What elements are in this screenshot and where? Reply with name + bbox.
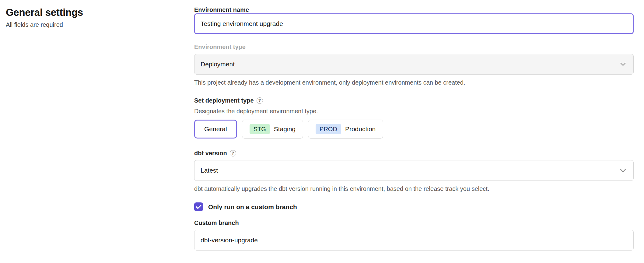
- environment-name-field: Environment name: [194, 6, 634, 34]
- deployment-type-label-row: Set deployment type ?: [194, 97, 634, 104]
- environment-type-selected-value: Deployment: [201, 61, 235, 68]
- dbt-version-select[interactable]: Latest: [194, 160, 634, 181]
- custom-branch-toggle-row: Only run on a custom branch: [194, 202, 634, 211]
- deployment-type-staging-label: Staging: [274, 125, 296, 133]
- staging-badge: STG: [250, 124, 270, 134]
- deployment-type-general-label: General: [204, 125, 227, 133]
- custom-branch-field: Custom branch: [194, 219, 634, 251]
- dbt-version-help-text: dbt automatically upgrades the dbt versi…: [194, 185, 634, 193]
- environment-type-field: Environment type Deployment This project…: [194, 43, 634, 86]
- page-title: General settings: [6, 7, 194, 18]
- chevron-down-icon: [620, 169, 626, 172]
- custom-branch-input[interactable]: [194, 230, 634, 251]
- custom-branch-checkbox-label[interactable]: Only run on a custom branch: [208, 203, 297, 211]
- custom-branch-label: Custom branch: [194, 219, 634, 226]
- dbt-version-selected-value: Latest: [201, 167, 218, 174]
- environment-name-label: Environment name: [194, 6, 634, 13]
- environment-type-select[interactable]: Deployment: [194, 54, 634, 75]
- deployment-type-staging-button[interactable]: STG Staging: [242, 120, 303, 139]
- custom-branch-checkbox[interactable]: [194, 202, 203, 211]
- page-subtitle: All fields are required: [6, 21, 194, 28]
- page-header: General settings All fields are required: [6, 6, 194, 263]
- environment-form: Environment name Environment type Deploy…: [194, 6, 634, 263]
- dbt-version-field: dbt version ? Latest dbt automatically u…: [194, 149, 634, 193]
- deployment-type-general-button[interactable]: General: [194, 120, 237, 139]
- help-icon[interactable]: ?: [257, 97, 263, 104]
- deployment-type-production-label: Production: [345, 125, 376, 133]
- environment-type-label: Environment type: [194, 43, 634, 51]
- deployment-type-field: Set deployment type ? Designates the dep…: [194, 97, 634, 139]
- environment-type-help-text: This project already has a development e…: [194, 79, 634, 86]
- general-settings-page: General settings All fields are required…: [0, 0, 644, 263]
- checkmark-icon: [196, 205, 201, 209]
- chevron-down-icon: [620, 62, 626, 66]
- deployment-type-help-text: Designates the deployment environment ty…: [194, 107, 634, 115]
- deployment-type-production-button[interactable]: PROD Production: [308, 120, 383, 139]
- dbt-version-label: dbt version: [194, 149, 227, 157]
- help-icon[interactable]: ?: [230, 150, 236, 156]
- deployment-type-label: Set deployment type: [194, 97, 254, 104]
- production-badge: PROD: [316, 124, 341, 134]
- environment-name-input[interactable]: [194, 13, 634, 34]
- dbt-version-label-row: dbt version ?: [194, 149, 634, 157]
- deployment-type-options: General STG Staging PROD Production: [194, 120, 634, 139]
